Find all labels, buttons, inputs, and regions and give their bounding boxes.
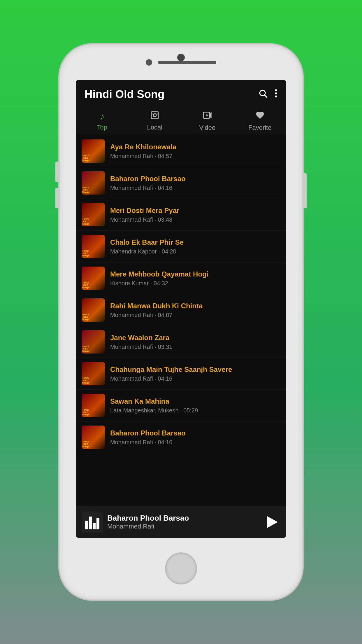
phone-frame: Hindi Old Song (60, 45, 302, 599)
song-info: Baharon Phool Barsao Mohammed Rafi · 04:… (110, 175, 280, 191)
tab-top-label: Top (97, 124, 107, 131)
thumb-label: HINDIOLDSongs (82, 314, 89, 321)
svg-rect-5 (151, 112, 158, 119)
phone-top-bar (60, 45, 302, 80)
song-meta: Kishore Kumar · 04:32 (110, 280, 280, 287)
song-thumbnail: HINDIOLDSongs (82, 235, 105, 258)
song-meta: Mohammed Rafi · 03:31 (110, 344, 280, 350)
favorite-icon (255, 111, 265, 122)
song-item[interactable]: HINDIOLDSongs Jane Waalon Zara Mohammed … (76, 326, 286, 358)
screen: Hindi Old Song (76, 80, 286, 538)
song-info: Aya Re Khilonewala Mohammed Rafi · 04:57 (110, 143, 280, 160)
tab-favorite-label: Favorite (248, 124, 271, 132)
tab-local[interactable]: Local (129, 106, 181, 135)
tab-video-label: Video (199, 124, 215, 132)
tab-video[interactable]: Video (181, 106, 234, 135)
thumb-label: HINDIOLDSongs (82, 377, 89, 384)
song-item[interactable]: HINDIOLDSongs Baharon Phool Barsao Moham… (76, 421, 286, 453)
song-item[interactable]: HINDIOLDSongs Rahi Manwa Dukh Ki Chinta … (76, 294, 286, 326)
search-button[interactable] (258, 89, 268, 100)
header-icons (258, 89, 277, 100)
song-info: Mere Mehboob Qayamat Hogi Kishore Kumar … (110, 270, 280, 287)
speaker-bar (158, 61, 216, 64)
now-playing-bar[interactable]: Baharon Phool Barsao Mohammed Rafi (76, 506, 286, 538)
song-item[interactable]: HINDIOLDSongs Meri Dosti Mera Pyar Moham… (76, 199, 286, 231)
play-icon (267, 516, 278, 528)
thumb-label: HINDIOLDSongs (82, 186, 89, 193)
app-header: Hindi Old Song (76, 80, 286, 106)
song-thumbnail: HINDIOLDSongs (82, 139, 105, 163)
svg-point-3 (275, 92, 277, 94)
song-title: Chalo Ek Baar Phir Se (110, 238, 280, 246)
song-meta: Mohammed Rafi · 04:16 (110, 185, 280, 191)
app-title: Hindi Old Song (85, 88, 164, 101)
svg-point-4 (275, 95, 277, 97)
play-button[interactable] (263, 513, 280, 531)
svg-marker-9 (210, 113, 211, 118)
song-thumbnail: HINDIOLDSongs (82, 267, 105, 290)
local-icon (150, 111, 159, 122)
song-info: Baharon Phool Barsao Mohammed Rafi · 04:… (110, 429, 280, 446)
song-title: Aya Re Khilonewala (110, 143, 280, 151)
song-title: Jane Waalon Zara (110, 334, 280, 342)
front-camera (177, 54, 185, 61)
svg-line-1 (265, 95, 267, 97)
tab-favorite[interactable]: Favorite (234, 106, 287, 135)
song-meta: Mohammed Rafi · 04:07 (110, 312, 280, 318)
power-button[interactable] (303, 173, 307, 208)
song-item[interactable]: HINDIOLDSongs Sawan Ka Mahina Lata Mange… (76, 390, 286, 421)
song-title: Mere Mehboob Qayamat Hogi (110, 270, 280, 278)
song-meta: Lata Mangeshkar, Mukesh · 05:29 (110, 407, 280, 414)
now-playing-artist: Mohammed Rafi (107, 523, 263, 530)
song-title: Chahunga Main Tujhe Saanjh Savere (110, 365, 280, 374)
song-item[interactable]: HINDIOLDSongs Chahunga Main Tujhe Saanjh… (76, 358, 286, 390)
now-playing-title: Baharon Phool Barsao (107, 514, 263, 523)
waveform-icon (85, 515, 99, 529)
song-meta: Mahendra Kapoor · 04:20 (110, 248, 280, 255)
thumb-label: HINDIOLDSongs (82, 409, 89, 416)
song-thumbnail: HINDIOLDSongs (82, 298, 105, 322)
svg-marker-10 (207, 114, 209, 116)
song-title: Sawan Ka Mahina (110, 397, 280, 405)
tab-top[interactable]: ♪ Top (76, 106, 129, 135)
now-playing-info: Baharon Phool Barsao Mohammed Rafi (107, 514, 263, 530)
camera-dot (146, 59, 152, 66)
song-item[interactable]: HINDIOLDSongs Chalo Ek Baar Phir Se Mahe… (76, 231, 286, 262)
now-playing-thumbnail (82, 512, 103, 533)
volume-down-button[interactable] (55, 188, 59, 208)
song-meta: Mohammed Rafi · 04:16 (110, 439, 280, 446)
tab-local-label: Local (147, 124, 162, 131)
song-info: Chahunga Main Tujhe Saanjh Savere Mohamm… (110, 365, 280, 382)
phone-bottom (60, 538, 302, 599)
song-thumbnail: HINDIOLDSongs (82, 330, 105, 354)
more-options-button[interactable] (275, 89, 277, 100)
song-info: Sawan Ka Mahina Lata Mangeshkar, Mukesh … (110, 397, 280, 414)
song-thumbnail: HINDIOLDSongs (82, 426, 105, 449)
thumb-label: HINDIOLDSongs (82, 155, 89, 162)
top-icon: ♪ (100, 111, 105, 122)
song-info: Rahi Manwa Dukh Ki Chinta Mohammed Rafi … (110, 302, 280, 318)
song-title: Baharon Phool Barsao (110, 175, 280, 183)
svg-point-2 (275, 89, 277, 91)
song-item[interactable]: HINDIOLDSongs Mere Mehboob Qayamat Hogi … (76, 262, 286, 294)
thumb-label: HINDIOLDSongs (82, 250, 89, 257)
song-item[interactable]: HINDIOLDSongs Aya Re Khilonewala Mohamme… (76, 135, 286, 167)
thumb-label: HINDIOLDSongs (82, 282, 89, 289)
song-meta: Mohammed Rafi · 04:57 (110, 153, 280, 160)
song-title: Baharon Phool Barsao (110, 429, 280, 437)
video-icon (203, 111, 212, 122)
tabs-bar: ♪ Top Local (76, 106, 286, 135)
song-thumbnail: HINDIOLDSongs (82, 171, 105, 195)
song-thumbnail: HINDIOLDSongs (82, 394, 105, 417)
song-item[interactable]: HINDIOLDSongs Baharon Phool Barsao Moham… (76, 167, 286, 199)
song-thumbnail: HINDIOLDSongs (82, 362, 105, 385)
song-info: Chalo Ek Baar Phir Se Mahendra Kapoor · … (110, 238, 280, 255)
song-list: HINDIOLDSongs Aya Re Khilonewala Mohamme… (76, 135, 286, 506)
song-title: Rahi Manwa Dukh Ki Chinta (110, 302, 280, 310)
song-meta: Mohammad Rafi · 04:16 (110, 375, 280, 382)
song-meta: Mohammad Rafi · 03:48 (110, 216, 280, 223)
volume-up-button[interactable] (55, 162, 59, 182)
thumb-label: HINDIOLDSongs (82, 441, 89, 448)
home-button[interactable] (165, 552, 197, 584)
thumb-label: HINDIOLDSongs (82, 345, 89, 352)
